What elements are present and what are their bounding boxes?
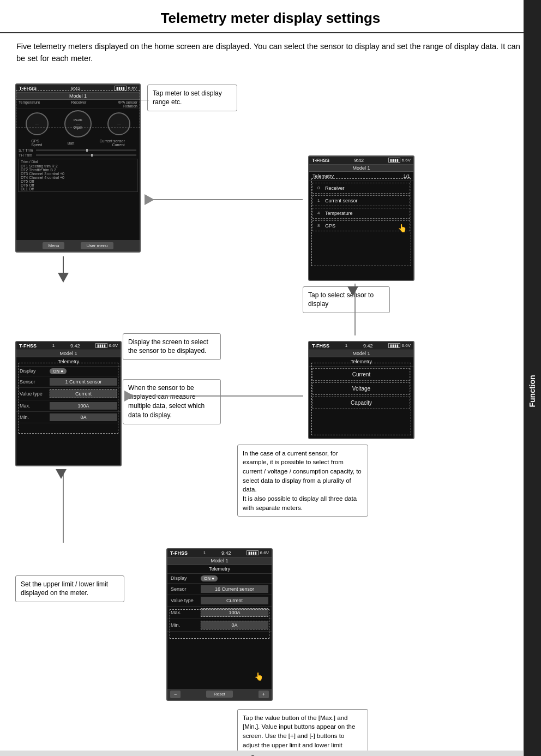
st-trim-line — [36, 149, 136, 151]
th-trim-bar: TH Trim — [16, 153, 140, 158]
gps-speed-label: GPSSpeed — [31, 139, 42, 147]
gauge-center[interactable]: PEAK --- 0rpm — [64, 110, 92, 137]
ds-display-label: Display — [20, 368, 50, 374]
ds-sensor-label: Sensor — [20, 379, 50, 385]
ss-item-1[interactable]: 1 Current sensor — [312, 195, 410, 206]
batt-label: Batt — [68, 141, 74, 149]
ds-title: Telemetry — [16, 357, 121, 367]
gauge-area: --- PEAK --- 0rpm --- — [16, 109, 140, 139]
display-settings-screen: T-FHSS 1 9:42 ▮▮▮▮ 6.6V Model 1 Telemetr… — [15, 341, 122, 466]
plus-button[interactable]: + — [259, 691, 269, 698]
temp-label: Temperature — [19, 100, 40, 108]
ds-display-toggle[interactable]: ON ● — [50, 368, 67, 374]
dt3-row: DT3 Channel 3 control +0 — [21, 172, 135, 176]
ss-item-3[interactable]: 8 GPS 👆 — [312, 220, 410, 231]
ds-max-label: Max. — [20, 403, 50, 409]
display-settings2-screen: T-FHSS 1 9:42 ▮▮▮▮ 6.6V Model 1 Telemetr… — [166, 548, 273, 701]
ss-page: 1/1 — [403, 173, 410, 179]
ss-item-0[interactable]: 0 Receiver — [312, 183, 410, 194]
ds2-valuetype-value[interactable]: Current — [201, 597, 268, 604]
arrow-down-1 — [63, 256, 64, 273]
vt-brand: T-FHSS — [312, 343, 329, 349]
dt4-row: DT4 Channel 4 control +0 — [21, 176, 135, 179]
ss-battery: ▮▮▮▮ 6.6V — [388, 158, 411, 163]
ds2-num: 1 — [203, 550, 206, 555]
reset-button[interactable]: Reset — [206, 691, 233, 698]
ds2-min-label: Min. — [171, 622, 201, 628]
gauge-rotation[interactable]: --- — [107, 112, 130, 135]
th-trim-line — [36, 154, 136, 156]
th-trim-label: TH Trim — [19, 153, 35, 157]
home-topbar: T-FHSS 9:42 ▮▮▮▮ 6.6V — [16, 85, 140, 93]
page-title: Telemetry meter display settings — [11, 10, 530, 27]
ds2-display-toggle[interactable]: ON ● — [201, 575, 218, 581]
ds-topbar: T-FHSS 1 9:42 ▮▮▮▮ 6.6V — [16, 342, 121, 350]
receiver-label: Receiver — [71, 100, 87, 108]
value-type-screen: T-FHSS 1 9:42 ▮▮▮▮ 6.6V Model 1 Telemetr… — [308, 341, 414, 439]
ss-label-1: Current sensor — [325, 198, 358, 203]
ss-label-0: Receiver — [325, 185, 345, 191]
ds-max-value[interactable]: 100A — [50, 402, 117, 410]
ds2-model: Model 1 — [167, 557, 272, 565]
vt-battery: ▮▮▮▮ 6.6V — [388, 343, 411, 348]
ds-valuetype-label: Value type — [20, 391, 50, 397]
ds2-time: 9:42 — [221, 550, 231, 556]
trim-dial-section: Trim / Dial DT1 Steering trim R 2 DT2 Th… — [18, 159, 138, 192]
vt-num: 1 — [345, 343, 347, 348]
ds-min-value[interactable]: 0A — [50, 413, 117, 421]
arrow-ds-callout — [121, 349, 122, 350]
th-trim-marker — [91, 154, 93, 157]
ds2-max-value[interactable]: 100A — [201, 608, 268, 617]
ss-model: Model 1 — [309, 165, 413, 172]
arrow-right-1 — [145, 199, 303, 200]
dt2-row: DT2 Throttle trim B 2 — [21, 168, 135, 172]
sensor-select-topbar: T-FHSS 9:42 ▮▮▮▮ 6.6V — [309, 157, 413, 165]
vt-time: 9:42 — [363, 343, 373, 349]
gauge-rot-label: --- — [117, 122, 121, 125]
ds-num: 1 — [52, 343, 55, 348]
vt-current[interactable]: Current — [312, 368, 410, 381]
ds2-title: Telemetry — [167, 565, 272, 574]
arrow-down-2 — [354, 286, 356, 335]
vt-voltage[interactable]: Voltage — [312, 382, 410, 395]
peak-value: --- — [76, 122, 80, 125]
ds-display-row: Display ON ● — [16, 367, 121, 376]
dt5-row: DT5 Off — [21, 179, 135, 183]
ds2-brand: T-FHSS — [170, 550, 188, 556]
gauge-temperature[interactable]: --- — [26, 112, 49, 135]
ss-item-2[interactable]: 4 Temperature — [312, 208, 410, 219]
home-battery: ▮▮▮▮ 6.6V — [115, 86, 137, 91]
arrow-right-2 — [124, 395, 303, 397]
ds2-min-value[interactable]: 0A — [201, 621, 268, 629]
current-sensor-label: Current sensorCurrent — [100, 139, 125, 147]
trim-dial-label: Trim / Dial — [21, 160, 135, 164]
ds2-bottom-buttons: − Reset + — [167, 689, 272, 700]
ds-min-label: Min. — [20, 415, 50, 420]
rpa-label: RPA sensorRotation — [118, 100, 137, 108]
home-menu-row: Menu User menu — [16, 240, 140, 251]
bottom-sensor-label: Sensor — [0, 751, 523, 757]
arrow-down-3 — [63, 469, 64, 543]
callout-multiple-data: When the sensor to be displayed can meas… — [123, 379, 221, 424]
ds2-sensor-label: Sensor — [171, 586, 201, 592]
ds-sensor-value[interactable]: 1 Current sensor — [50, 378, 117, 386]
dt6-row: DT6 Off — [21, 183, 135, 187]
ds-max-row: Max. 100A — [16, 400, 121, 412]
vt-capacity[interactable]: Capacity — [312, 397, 410, 409]
ds2-battery: ▮▮▮▮ 6.6V — [247, 550, 269, 555]
home-screen-device: T-FHSS 9:42 ▮▮▮▮ 6.6V Model 1 Temperatur… — [15, 83, 141, 253]
menu-button[interactable]: Menu — [43, 242, 64, 249]
user-menu-button[interactable]: User menu — [81, 242, 113, 249]
vt-topbar: T-FHSS 1 9:42 ▮▮▮▮ 6.6V — [309, 342, 413, 350]
ds2-sensor-value[interactable]: 16 Current sensor — [201, 585, 268, 593]
st-trim-bar: S.T Trim — [16, 148, 140, 153]
dl1-row: DL1 Off — [21, 187, 135, 191]
ds2-max-row: Max. 100A — [167, 607, 272, 619]
ss-time: 9:42 — [354, 158, 364, 163]
ds-time: 9:42 — [70, 343, 80, 349]
vt-title: Telemetry — [309, 357, 413, 367]
callout-display-screen: Display the screen to select the sensor … — [123, 333, 221, 361]
ds-valuetype-value[interactable]: Current — [50, 389, 117, 398]
ss-label-3: GPS — [325, 223, 335, 229]
minus-button[interactable]: − — [170, 691, 181, 698]
